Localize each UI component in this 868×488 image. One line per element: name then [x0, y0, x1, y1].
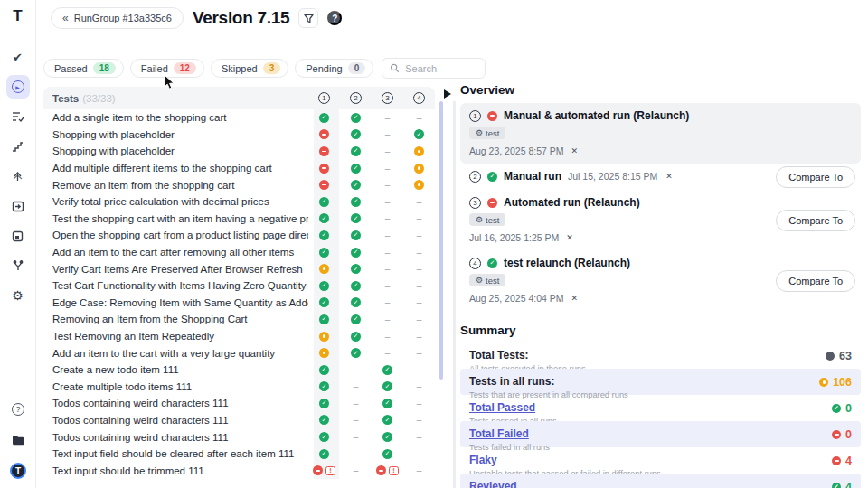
test-name[interactable]: Text input should be trimmed 111	[52, 465, 308, 476]
run-column-header-1[interactable]: 1	[308, 92, 340, 104]
sidebar-item-tests[interactable]: ✔	[6, 45, 30, 69]
comment-icon[interactable]: !	[389, 466, 399, 475]
run-title[interactable]: Manual run	[504, 170, 561, 183]
test-name[interactable]: Create multiple todo items 111	[52, 381, 308, 392]
passed-icon: ✓	[351, 230, 361, 240]
test-name[interactable]: Add an item to the cart with a very larg…	[52, 348, 308, 359]
search-input[interactable]	[405, 63, 477, 74]
run-tag-chip[interactable]: ⚙test	[469, 127, 505, 139]
sidebar-item-projects[interactable]	[6, 428, 30, 452]
failed-icon	[319, 164, 329, 174]
status-cell: –	[340, 449, 372, 459]
status-cell: –	[403, 213, 435, 223]
overview-title: Overview	[460, 83, 861, 97]
test-name[interactable]: Test the shopping cart with an item havi…	[52, 213, 308, 224]
run-column-header-2[interactable]: 2	[340, 92, 372, 104]
remove-run-icon[interactable]: ✕	[571, 146, 579, 155]
summary-label: Tests in all runs:	[469, 375, 554, 388]
run-column-header-3[interactable]: 3	[372, 92, 403, 104]
test-name[interactable]: Todos containing weird characters 111	[52, 432, 308, 443]
run-title[interactable]: test relaunch (Relaunch)	[504, 257, 630, 269]
test-name[interactable]: Text input field should be cleared after…	[52, 448, 308, 459]
summary-label[interactable]: Revieved	[469, 480, 517, 488]
test-name[interactable]: Add multiple different items to the shop…	[52, 163, 308, 174]
no-run-dash: –	[417, 365, 422, 375]
table-row: Todos containing weird characters 111✓–✓…	[43, 412, 435, 429]
passed-icon: ✓	[319, 281, 329, 291]
run-number-icon: 3	[469, 197, 481, 209]
comment-icon[interactable]: !	[326, 466, 335, 475]
summary-label[interactable]: Flaky	[469, 454, 497, 466]
test-name[interactable]: Edge Case: Removing Item with Same Quant…	[52, 297, 308, 308]
test-name[interactable]: Create a new todo item 111	[52, 364, 308, 375]
filter-chip-passed[interactable]: Passed18	[43, 59, 124, 78]
test-name[interactable]: Shopping with placeholder	[52, 145, 308, 156]
question-circle-icon: ?	[12, 403, 24, 416]
sidebar-item-runs[interactable]: ▶	[6, 75, 30, 99]
filter-button[interactable]	[298, 8, 318, 28]
status-cell: ✓	[308, 415, 340, 425]
test-name[interactable]: Add an item to the cart after removing a…	[52, 247, 308, 258]
run-number-icon: 4	[413, 92, 425, 104]
row-status-cells: ✓✓––	[308, 211, 435, 228]
sidebar-item-steps[interactable]	[6, 135, 30, 158]
test-name[interactable]: Remove an item from the shopping cart	[52, 180, 308, 191]
status-cell	[308, 264, 340, 274]
search-input-wrapper[interactable]	[382, 58, 486, 79]
test-name[interactable]: Test Cart Functionality with Items Havin…	[52, 280, 308, 291]
test-name[interactable]: Test Removing an Item Repeatedly	[52, 331, 308, 342]
remove-run-icon[interactable]: ✕	[566, 233, 573, 242]
table-row: Verify total price calculation with deci…	[43, 193, 435, 211]
summary-count: ✓0	[832, 402, 852, 415]
test-name[interactable]: Todos containing weird characters 111	[52, 415, 308, 426]
remove-run-icon[interactable]: ✕	[571, 294, 579, 303]
status-cell: –	[372, 281, 403, 291]
table-row: Shopping with placeholder✓–✓	[43, 127, 435, 144]
summary-label[interactable]: Total Failed	[469, 427, 529, 440]
test-name[interactable]: Verify total price calculation with deci…	[52, 196, 308, 207]
compare-to-button[interactable]: Compare To	[776, 166, 855, 188]
status-cell: –	[403, 381, 435, 391]
sidebar-item-import[interactable]	[6, 194, 30, 218]
row-status-cells: ✓✓––	[308, 295, 435, 312]
skipped-icon	[819, 378, 828, 387]
run-title[interactable]: Automated run (Relaunch)	[504, 196, 640, 209]
top-bar: « RunGroup #13a335c6 Version 7.15 ?	[36, 0, 868, 36]
collapse-panel-arrow[interactable]	[444, 89, 451, 99]
run-tag-chip[interactable]: ⚙test	[469, 274, 505, 286]
sidebar-item-plans[interactable]	[6, 105, 30, 128]
table-row: Verify Cart Items Are Preserved After Br…	[43, 260, 435, 277]
filter-chip-pending[interactable]: Pending0	[295, 59, 373, 78]
summary-row: Tests in all runs:Tests that are present…	[460, 369, 861, 395]
rungroup-back-button[interactable]: « RunGroup #13a335c6	[51, 7, 184, 29]
sidebar-item-help[interactable]: ?	[6, 398, 30, 421]
run-column-header-4[interactable]: 4	[403, 92, 435, 104]
test-name[interactable]: Open the shopping cart from a product li…	[52, 230, 308, 240]
status-cell: –	[403, 432, 435, 442]
sidebar-item-account[interactable]: T	[6, 459, 30, 483]
status-cell	[308, 332, 340, 342]
test-name[interactable]: Removing an Item from the Shopping Cart	[52, 314, 308, 324]
status-cell: ✓	[372, 365, 403, 375]
filter-chip-failed[interactable]: Failed12	[130, 59, 204, 78]
compare-to-button[interactable]: Compare To	[776, 270, 855, 292]
row-status-cells: ✓–	[308, 143, 435, 160]
test-name[interactable]: Verify Cart Items Are Preserved After Br…	[52, 264, 308, 275]
filter-chip-skipped[interactable]: Skipped3	[211, 59, 288, 78]
no-run-dash: –	[417, 465, 422, 475]
summary-label[interactable]: Total Passed	[469, 401, 535, 414]
sidebar-item-reports[interactable]	[6, 224, 30, 248]
run-tag-chip[interactable]: ⚙test	[469, 213, 505, 226]
sidebar-item-settings[interactable]: ⚙	[6, 284, 30, 307]
run-title[interactable]: Manual & automated run (Relaunch)	[504, 109, 689, 122]
remove-run-icon[interactable]: ✕	[665, 172, 673, 181]
right-panel-scrollbar[interactable]	[439, 101, 443, 380]
help-button[interactable]: ?	[327, 11, 342, 25]
passed-icon: ✓	[319, 297, 329, 307]
sidebar-item-branches[interactable]	[6, 254, 30, 277]
sidebar-item-activity[interactable]	[6, 164, 30, 188]
test-name[interactable]: Todos containing weird characters 111	[52, 398, 308, 408]
test-name[interactable]: Add a single item to the shopping cart	[52, 112, 308, 123]
compare-to-button[interactable]: Compare To	[776, 210, 855, 231]
test-name[interactable]: Shopping with placeholder	[52, 129, 308, 140]
